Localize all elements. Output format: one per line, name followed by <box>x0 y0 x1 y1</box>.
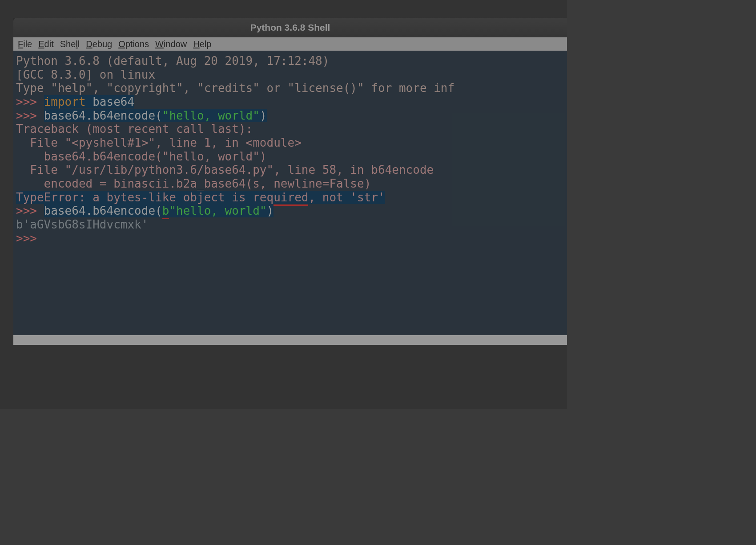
prompt: >>> <box>16 204 44 217</box>
menu-options[interactable]: Options <box>118 39 149 49</box>
traceback-line-3: base64.b64encode("hello, world") <box>16 150 267 163</box>
window-title: Python 3.6.8 Shell <box>250 22 330 33</box>
call1-string: "hello, world" <box>162 109 260 122</box>
call2-prefix: base64.b64encode( <box>44 204 162 217</box>
prompt: >>> <box>16 95 44 108</box>
banner-line-3: Type "help", "copyright", "credits" or "… <box>16 81 454 95</box>
import-module: base64 <box>86 95 135 108</box>
typeerror-suffix: , not 'str' <box>308 191 385 204</box>
prompt: >>> <box>16 109 44 122</box>
typeerror-prefix: TypeError: <box>16 191 92 204</box>
status-bar <box>13 335 567 345</box>
menu-edit[interactable]: Edit <box>38 39 53 49</box>
banner-line-1: Python 3.6.8 (default, Aug 20 2019, 17:1… <box>16 54 336 68</box>
shell-text-area[interactable]: Python 3.6.8 (default, Aug 20 2019, 17:1… <box>13 51 567 335</box>
banner-line-2: [GCC 8.3.0] on linux <box>16 68 155 81</box>
menu-shell[interactable]: Shell <box>60 39 80 49</box>
menu-file[interactable]: File <box>18 39 32 49</box>
menu-help[interactable]: Help <box>193 39 211 49</box>
traceback-line-1: Traceback (most recent call last): <box>16 122 253 136</box>
idle-window: Python 3.6.8 Shell File Edit Shell Debug… <box>13 18 567 345</box>
menu-bar: File Edit Shell Debug Options Window Hel… <box>13 37 567 51</box>
bytes-prefix: b <box>162 204 169 219</box>
call2-suffix: ) <box>267 204 274 217</box>
typeerror-underlined: a bytes-like object is required <box>92 191 308 206</box>
call2-string: "hello, world" <box>169 204 266 217</box>
call1-prefix: base64.b64encode( <box>44 109 162 122</box>
window-titlebar[interactable]: Python 3.6.8 Shell <box>13 18 567 37</box>
traceback-line-2: File "<pyshell#1>", line 1, in <module> <box>16 136 302 149</box>
output-line: b'aGVsbG8sIHdvcmxk' <box>16 218 148 231</box>
traceback-line-4: File "/usr/lib/python3.6/base64.py", lin… <box>16 163 434 176</box>
prompt: >>> <box>16 232 44 245</box>
traceback-line-5: encoded = binascii.b2a_base64(s, newline… <box>16 177 371 190</box>
import-keyword: import <box>44 95 86 108</box>
menu-window[interactable]: Window <box>155 39 187 49</box>
menu-debug[interactable]: Debug <box>86 39 112 49</box>
call1-suffix: ) <box>260 109 267 122</box>
